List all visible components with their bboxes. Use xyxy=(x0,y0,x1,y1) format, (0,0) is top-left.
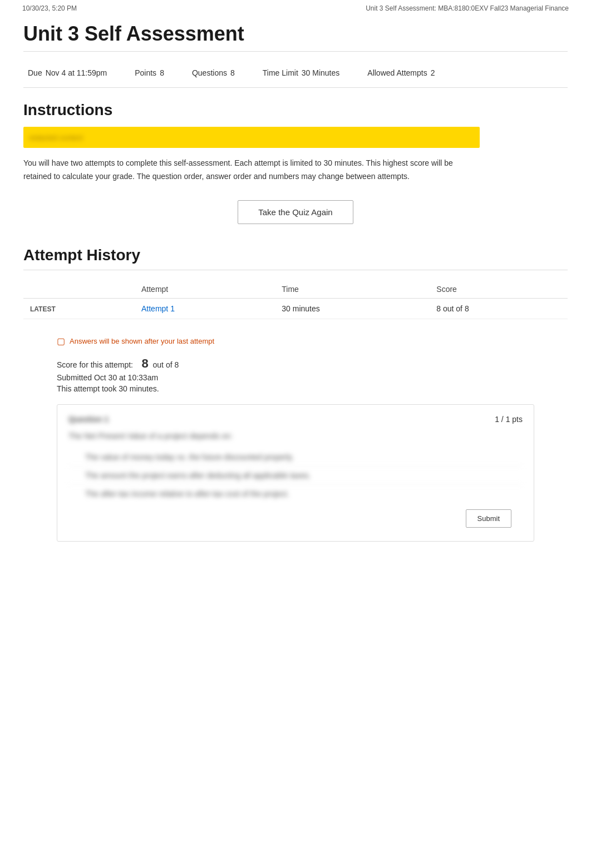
attempt-link-cell[interactable]: Attempt 1 xyxy=(135,298,275,319)
answers-notice-text: Answers will be shown after your last at… xyxy=(70,337,214,345)
submit-button[interactable]: Submit xyxy=(466,509,511,528)
attempt-time: 30 minutes xyxy=(275,298,430,319)
score-section: Score for this attempt: 8 out of 8 Submi… xyxy=(57,356,568,393)
allowed-attempts-value: 2 xyxy=(431,68,435,77)
score-number: 8 xyxy=(142,356,149,370)
question-header: Question 1 1 / 1 pts xyxy=(68,415,523,424)
col-header-time: Time xyxy=(275,280,430,299)
score-label: Score for this attempt: xyxy=(57,360,133,369)
answers-notice: ▢ Answers will be shown after your last … xyxy=(57,336,568,346)
timestamp: 10/30/23, 5:20 PM xyxy=(22,4,77,12)
question-body: The Net Present Value of a project depen… xyxy=(68,431,523,440)
main-content: Unit 3 Self Assessment Due Nov 4 at 11:5… xyxy=(0,17,591,575)
attempt-link[interactable]: Attempt 1 xyxy=(141,304,175,313)
top-bar: 10/30/23, 5:20 PM Unit 3 Self Assessment… xyxy=(0,0,591,17)
answer-option-1[interactable]: The value of money today vs. the future … xyxy=(68,448,523,467)
question-title: Question 1 xyxy=(68,415,109,424)
instructions-body: You will have two attempts to complete t… xyxy=(23,157,480,183)
points-label: Points xyxy=(135,68,156,77)
meta-table: Due Nov 4 at 11:59pm Points 8 Questions … xyxy=(23,62,568,88)
answer-option-3[interactable]: The after-tax income relative to after-t… xyxy=(68,485,523,503)
latest-badge: LATEST xyxy=(23,298,135,319)
score-line: Score for this attempt: 8 out of 8 xyxy=(57,356,568,371)
notice-icon: ▢ xyxy=(57,336,65,346)
duration-line: This attempt took 30 minutes. xyxy=(57,384,568,393)
due-value: Nov 4 at 11:59pm xyxy=(46,68,107,77)
time-limit-value: 30 Minutes xyxy=(302,68,339,77)
col-header-score: Score xyxy=(430,280,568,299)
answer-options: The value of money today vs. the future … xyxy=(68,448,523,503)
answer-option-2[interactable]: The amount the project earns after deduc… xyxy=(68,467,523,485)
submit-area: Submit xyxy=(68,503,523,531)
time-limit-item: Time Limit 30 Minutes xyxy=(263,68,340,77)
questions-item: Questions 8 xyxy=(192,68,235,77)
due-item: Due Nov 4 at 11:59pm xyxy=(28,68,107,77)
attempt-history-title: Attempt History xyxy=(23,246,568,270)
points-value: 8 xyxy=(160,68,164,77)
col-header-attempt: Attempt xyxy=(135,280,275,299)
page-title: Unit 3 Self Assessment xyxy=(23,22,568,52)
attempt-score: 8 out of 8 xyxy=(430,298,568,319)
instructions-title: Instructions xyxy=(23,101,568,119)
col-header-empty xyxy=(23,280,135,299)
attempt-history-table: Attempt Time Score LATEST Attempt 1 30 m… xyxy=(23,280,568,319)
allowed-attempts-item: Allowed Attempts 2 xyxy=(367,68,435,77)
submitted-line: Submitted Oct 30 at 10:33am xyxy=(57,373,568,382)
time-limit-label: Time Limit xyxy=(263,68,298,77)
questions-label: Questions xyxy=(192,68,227,77)
highlight-bar: redacted content xyxy=(23,127,480,148)
table-row: LATEST Attempt 1 30 minutes 8 out of 8 xyxy=(23,298,568,319)
allowed-attempts-label: Allowed Attempts xyxy=(367,68,427,77)
highlight-bar-text: redacted content xyxy=(29,133,83,142)
score-suffix: out of 8 xyxy=(153,360,179,369)
question-pts: 1 / 1 pts xyxy=(495,415,523,424)
course-title: Unit 3 Self Assessment: MBA:8180:0EXV Fa… xyxy=(366,4,569,12)
questions-value: 8 xyxy=(230,68,235,77)
due-label: Due xyxy=(28,68,42,77)
take-quiz-again-button[interactable]: Take the Quiz Again xyxy=(238,200,353,224)
points-item: Points 8 xyxy=(135,68,164,77)
question-card: Question 1 1 / 1 pts The Net Present Val… xyxy=(57,404,534,542)
